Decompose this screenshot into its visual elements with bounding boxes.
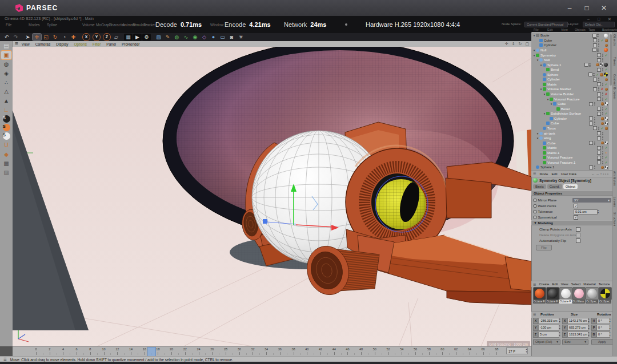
tree-row[interactable]: ▾wing (531, 136, 609, 141)
visibility-dot[interactable] (602, 158, 604, 160)
position-y-field[interactable]: -100 cm (538, 325, 559, 331)
node-space-dropdown[interactable]: Current Standard/Physical (524, 22, 568, 27)
visibility-dot[interactable] (602, 163, 604, 164)
visibility-dot[interactable] (594, 122, 596, 123)
render-settings-icon[interactable]: ⚙ (142, 34, 151, 41)
visibility-dot[interactable] (602, 83, 604, 84)
visibility-dot[interactable] (598, 43, 600, 45)
enable-checkbox[interactable] (593, 38, 597, 42)
c4d-menu-window[interactable]: Window (210, 23, 223, 27)
attr-checkbox-automatically-flip[interactable] (576, 238, 580, 243)
visibility-dot[interactable] (594, 168, 596, 169)
visibility-dot[interactable] (594, 119, 596, 120)
coord-system-icon[interactable]: ▱ (112, 34, 121, 41)
uv-tag-icon[interactable] (605, 117, 608, 120)
field-stepper[interactable]: ▴▾ (558, 318, 561, 323)
enable-checkbox[interactable] (597, 68, 601, 72)
object-enabled-toggle[interactable] (533, 178, 538, 183)
visibility-dot[interactable] (602, 68, 604, 70)
c4d-menu-tracker[interactable]: Tracker (143, 23, 156, 27)
material-label[interactable]: Octane F. (533, 300, 546, 304)
attr-checkbox-weld-points[interactable]: ✓ (574, 204, 578, 208)
panel-tab-content-browser[interactable]: Content Browser (613, 74, 616, 100)
camera-icon[interactable]: ◙ (227, 34, 236, 41)
material-swatch[interactable] (599, 287, 612, 300)
enable-checkbox[interactable] (597, 146, 601, 150)
enable-checkbox[interactable] (597, 53, 601, 57)
material-swatch[interactable] (572, 287, 586, 300)
material-menu-material[interactable]: Material (583, 282, 595, 286)
size-z-field[interactable]: 1613.341 cm (567, 331, 588, 338)
size-x-field[interactable]: 1143.376 cm (567, 318, 588, 324)
attr-checkbox-clamp-points-on-axis[interactable] (576, 227, 580, 232)
model-mode-icon[interactable]: ▣ (1, 51, 11, 59)
viewport-menu-icon[interactable]: ☰ (15, 42, 18, 46)
position-z-field[interactable]: 5 cm (538, 331, 559, 338)
attr-menu-icon[interactable]: ☰ (533, 172, 536, 176)
om-menu-view[interactable]: View (561, 28, 568, 31)
live-selection-icon[interactable]: ➤ (23, 34, 32, 41)
material-label[interactable]: OctSpec. (586, 300, 598, 304)
flip-button[interactable]: Flip (536, 245, 552, 250)
minimize-button[interactable]: – (561, 0, 578, 16)
material-menu-select[interactable]: Select (571, 282, 581, 286)
visibility-dot[interactable] (602, 132, 604, 134)
attr-menu-user-data[interactable]: User Data (561, 172, 576, 176)
tree-row[interactable]: Matrix✓ (531, 82, 609, 87)
tree-row[interactable]: Cube (531, 121, 609, 126)
viewport-menu-panel[interactable]: Panel (106, 42, 116, 46)
snap-off-icon[interactable]: S (3, 115, 10, 123)
visibility-dot[interactable] (602, 109, 604, 111)
phong-tag-icon[interactable] (600, 73, 603, 76)
visibility-dot[interactable] (602, 95, 604, 96)
last-tool-icon[interactable]: ◔ (60, 34, 69, 41)
tree-row[interactable]: ▾Cube (531, 102, 609, 107)
material-tag-icon[interactable] (604, 48, 608, 52)
visibility-dot[interactable] (597, 50, 599, 52)
field-stepper[interactable]: ▴▾ (587, 331, 590, 337)
material-label[interactable]: Octane F. (559, 300, 572, 304)
tree-row[interactable]: Bevel✓ (531, 106, 609, 111)
tree-row[interactable]: Cylinder (531, 43, 609, 48)
visibility-dot[interactable] (602, 99, 604, 101)
panel-tab-structure[interactable]: Structure (613, 212, 616, 227)
visibility-dot[interactable] (602, 98, 604, 99)
coord-size-dropdown[interactable]: Size▾ (562, 339, 588, 345)
status-menu-icon[interactable]: ☰ (3, 357, 7, 362)
enable-checkbox[interactable] (597, 107, 601, 111)
enable-checkbox[interactable] (593, 126, 597, 130)
anim-dot[interactable] (533, 210, 537, 214)
add-cube-icon[interactable]: ▧ (154, 34, 163, 41)
visibility-dot[interactable] (594, 141, 596, 143)
enable-checkbox[interactable] (589, 122, 593, 126)
toggle-view-icon[interactable]: ▢ (525, 41, 529, 47)
scrollbar-thumb[interactable] (610, 34, 612, 86)
rotate-view-icon[interactable]: ↻ (519, 41, 522, 47)
tree-row[interactable]: ▾Null (531, 48, 609, 53)
visibility-dot[interactable] (593, 73, 595, 75)
enable-checkbox[interactable] (593, 87, 597, 91)
tree-row[interactable]: ▾Sphere.1 (531, 62, 609, 67)
pan-view-icon[interactable]: ✛ (505, 41, 508, 47)
visibility-dot[interactable] (594, 104, 596, 106)
attr-tab-object[interactable]: Object (563, 184, 578, 189)
attr-checkbox-symmetrical[interactable]: ✓ (574, 215, 578, 220)
om-menu-objects[interactable]: Objects (575, 28, 586, 31)
visibility-dot[interactable] (602, 107, 604, 109)
enable-checkbox[interactable] (597, 112, 601, 116)
visibility-dot[interactable] (594, 117, 596, 119)
visibility-dot[interactable] (602, 134, 604, 135)
material-menu-view[interactable]: View (561, 282, 568, 286)
visibility-dot[interactable] (594, 124, 596, 126)
visibility-dot[interactable] (589, 63, 591, 65)
undo-icon[interactable]: ↶ (2, 34, 11, 41)
visibility-dot[interactable] (602, 92, 604, 94)
visibility-dot[interactable] (598, 80, 600, 82)
visibility-dot[interactable] (594, 165, 596, 167)
tree-row[interactable]: ▾Subdivision Surface✓ (531, 111, 609, 116)
phong-tag-icon[interactable] (596, 63, 599, 67)
layout-dropdown[interactable]: Default Obj.. (583, 22, 615, 27)
visibility-dot[interactable] (594, 143, 596, 145)
phong-tag-icon[interactable] (605, 44, 608, 47)
enable-checkbox[interactable] (593, 43, 597, 47)
